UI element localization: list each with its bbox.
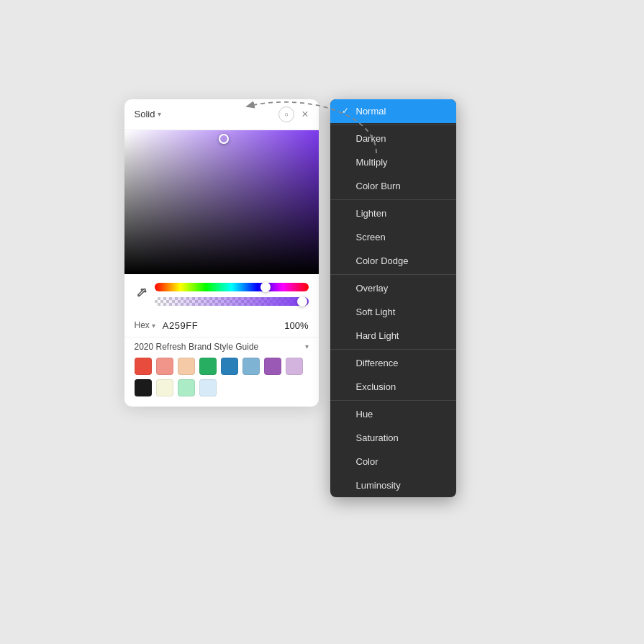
circle-icon: ○	[284, 111, 288, 118]
blend-mode-label: Darken	[356, 133, 386, 144]
alpha-gradient	[155, 297, 309, 306]
blend-mode-soft-light[interactable]: Soft Light	[330, 300, 456, 324]
swatch-green[interactable]	[199, 358, 217, 375]
alpha-slider[interactable]	[155, 297, 309, 306]
blend-mode-luminosity[interactable]: Luminosity	[330, 473, 456, 497]
close-button[interactable]: ×	[301, 109, 308, 120]
blend-mode-label: Color Burn	[356, 181, 401, 191]
fill-type-selector[interactable]: Solid ▾	[135, 109, 162, 119]
blend-group-divider	[330, 124, 456, 125]
hex-value[interactable]: A259FF	[163, 320, 277, 331]
blend-mode-overlay[interactable]: Overlay	[330, 276, 456, 300]
hue-handle[interactable]	[260, 282, 271, 292]
scene: Solid ▾ ○ ×	[124, 99, 520, 545]
swatch-purple[interactable]	[264, 358, 281, 375]
blend-mode-hue[interactable]: Hue	[330, 402, 456, 426]
blend-mode-lighten[interactable]: Lighten	[330, 201, 456, 225]
blend-mode-darken[interactable]: Darken	[330, 127, 456, 150]
color-gradient-canvas[interactable]	[124, 130, 319, 274]
brand-guide-chevron-icon: ▾	[305, 343, 309, 350]
blend-mode-screen[interactable]: Screen	[330, 225, 456, 249]
gradient-handle[interactable]	[219, 134, 229, 144]
blend-mode-label: Luminosity	[356, 480, 401, 491]
blend-mode-label: Saturation	[356, 432, 399, 443]
swatches-container	[124, 358, 319, 407]
fill-type-label: Solid	[135, 109, 155, 119]
blend-mode-hard-light[interactable]: Hard Light	[330, 324, 456, 348]
blend-mode-normal[interactable]: ✓Normal	[330, 99, 456, 123]
blend-mode-label: Hue	[356, 409, 373, 419]
hex-row: Hex ▾ A259FF 100%	[124, 314, 319, 337]
swatch-peach[interactable]	[178, 358, 195, 375]
swatch-salmon[interactable]	[156, 358, 173, 375]
blend-mode-color-burn[interactable]: Color Burn	[330, 174, 456, 198]
swatch-blue[interactable]	[221, 358, 238, 375]
blend-mode-multiply[interactable]: Multiply	[330, 150, 456, 174]
hex-label-text: Hex	[135, 320, 150, 330]
sliders-column	[155, 283, 309, 306]
swatch-mint[interactable]	[178, 379, 195, 396]
swatches-row-2	[135, 379, 309, 396]
blend-mode-label: Screen	[356, 232, 386, 242]
blend-mode-exclusion[interactable]: Exclusion	[330, 375, 456, 399]
picker-header-actions: ○ ×	[278, 106, 308, 122]
blend-mode-saturation[interactable]: Saturation	[330, 426, 456, 450]
blend-mode-label: Overlay	[356, 283, 389, 294]
blend-mode-difference[interactable]: Difference	[330, 351, 456, 375]
swatch-lavender[interactable]	[286, 358, 303, 375]
fill-type-chevron: ▾	[158, 110, 161, 118]
blend-mode-label: Hard Light	[356, 330, 399, 341]
hex-chevron-icon: ▾	[152, 322, 155, 330]
blend-mode-dropdown: ✓NormalDarkenMultiplyColor BurnLightenSc…	[330, 99, 456, 497]
blend-mode-label: Soft Light	[356, 307, 396, 317]
blend-check-icon: ✓	[342, 106, 350, 116]
swatch-light-blue[interactable]	[242, 358, 260, 375]
blend-group-divider	[330, 349, 456, 350]
blend-mode-color-dodge[interactable]: Color Dodge	[330, 249, 456, 273]
color-picker-panel: Solid ▾ ○ ×	[124, 99, 319, 407]
brand-guide-label: 2020 Refresh Brand Style Guide	[135, 342, 259, 352]
alpha-handle[interactable]	[297, 296, 307, 307]
picker-header: Solid ▾ ○ ×	[124, 99, 319, 130]
blend-mode-label: Lighten	[356, 208, 387, 219]
sliders-area	[124, 274, 319, 314]
blend-group-divider	[330, 274, 456, 275]
eyedropper-icon[interactable]	[135, 286, 148, 302]
blend-mode-label: Normal	[356, 106, 386, 117]
hex-label[interactable]: Hex ▾	[135, 320, 155, 330]
opacity-value[interactable]: 100%	[284, 320, 308, 331]
brand-guide-row[interactable]: 2020 Refresh Brand Style Guide ▾	[124, 337, 319, 358]
eyedropper-circle-button[interactable]: ○	[278, 106, 294, 122]
swatch-red[interactable]	[135, 358, 152, 375]
swatch-cream[interactable]	[156, 379, 173, 396]
blend-mode-label: Multiply	[356, 157, 388, 168]
swatch-pale-blue[interactable]	[199, 379, 217, 396]
swatch-black[interactable]	[135, 379, 152, 396]
blend-mode-color[interactable]: Color	[330, 450, 456, 473]
blend-group-divider	[330, 199, 456, 200]
blend-mode-label: Color	[356, 456, 378, 467]
blend-group-divider	[330, 400, 456, 401]
hue-slider[interactable]	[155, 283, 309, 291]
blend-mode-label: Difference	[356, 358, 399, 368]
blend-mode-label: Color Dodge	[356, 255, 409, 266]
swatches-row-1	[135, 358, 309, 375]
blend-mode-label: Exclusion	[356, 381, 396, 392]
